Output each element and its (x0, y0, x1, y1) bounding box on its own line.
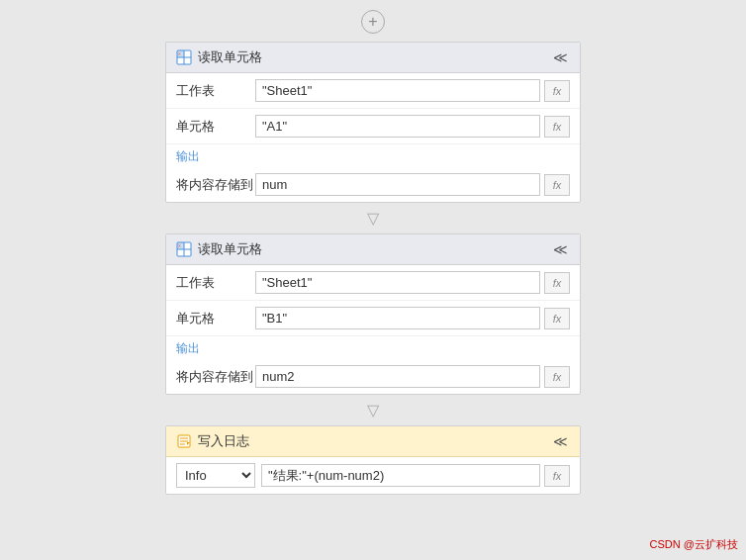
field-row-worksheet-2: 工作表 fx (166, 265, 580, 301)
plus-icon: + (368, 13, 377, 31)
input-store-1[interactable] (255, 173, 540, 196)
arrow-2: ▽ (367, 401, 379, 420)
input-wrap-cell-1: fx (255, 115, 570, 138)
input-wrap-store-2: fx (255, 365, 570, 388)
block-title-1: 读取单元格 (198, 48, 262, 66)
svg-text:X: X (178, 51, 181, 56)
fx-btn-log[interactable]: fx (544, 465, 570, 487)
fx-btn-store-1[interactable]: fx (544, 174, 570, 196)
block-title-left-1: X 读取单元格 (176, 48, 262, 66)
log-level-select[interactable]: Info Warn Error (176, 463, 255, 488)
block-write-log: 写入日志 ≪ Info Warn Error fx (165, 425, 581, 495)
input-wrap-log: fx (261, 464, 570, 487)
block-title-2: 读取单元格 (198, 240, 262, 258)
input-log-message[interactable] (261, 464, 540, 487)
field-row-cell-2: 单元格 fx (166, 301, 580, 336)
output-section-label-1: 输出 (166, 144, 580, 167)
block-header-2: X 读取单元格 ≪ (166, 234, 580, 265)
fx-btn-worksheet-1[interactable]: fx (544, 80, 570, 102)
arrow-1: ▽ (367, 209, 379, 228)
block-header-3: 写入日志 ≪ (166, 426, 580, 457)
input-cell-1[interactable] (255, 115, 540, 138)
input-cell-2[interactable] (255, 307, 540, 329)
label-worksheet-2: 工作表 (176, 274, 255, 292)
fx-btn-cell-1[interactable]: fx (544, 116, 570, 138)
main-container: + X 读取单元格 ≪ (0, 0, 746, 560)
block-title-3: 写入日志 (198, 432, 249, 450)
input-wrap-cell-2: fx (255, 307, 570, 329)
label-cell-2: 单元格 (176, 310, 255, 327)
collapse-btn-1[interactable]: ≪ (551, 50, 570, 64)
write-log-icon (176, 433, 192, 449)
block-title-left-2: X 读取单元格 (176, 240, 262, 258)
add-button-top[interactable]: + (361, 10, 385, 34)
fx-btn-cell-2[interactable]: fx (544, 308, 570, 329)
block-read-cell-1: X 读取单元格 ≪ 工作表 fx 单元格 fx (165, 42, 581, 203)
field-row-store-1: 将内容存储到 fx (166, 167, 580, 202)
block-read-cell-2: X 读取单元格 ≪ 工作表 fx 单元格 fx (165, 233, 581, 395)
block-header-1: X 读取单元格 ≪ (166, 43, 580, 73)
field-row-cell-1: 单元格 fx (166, 109, 580, 144)
input-wrap-worksheet-1: fx (255, 79, 570, 102)
label-store-1: 将内容存储到 (176, 176, 255, 194)
label-store-2: 将内容存储到 (176, 368, 255, 386)
label-worksheet-1: 工作表 (176, 82, 255, 100)
fx-btn-worksheet-2[interactable]: fx (544, 272, 570, 294)
label-cell-1: 单元格 (176, 118, 255, 136)
fx-btn-store-2[interactable]: fx (544, 366, 570, 388)
block-body-3: Info Warn Error fx (166, 457, 580, 494)
input-wrap-worksheet-2: fx (255, 271, 570, 294)
svg-text:X: X (178, 243, 181, 248)
block-title-left-3: 写入日志 (176, 432, 249, 450)
input-worksheet-1[interactable] (255, 79, 540, 102)
block-body-2: 工作表 fx 单元格 fx 输出 将内容存储到 fx (166, 265, 580, 394)
output-section-label-2: 输出 (166, 336, 580, 359)
input-wrap-store-1: fx (255, 173, 570, 196)
input-store-2[interactable] (255, 365, 540, 388)
block-body-1: 工作表 fx 单元格 fx 输出 将内容存储到 (166, 73, 580, 202)
collapse-btn-2[interactable]: ≪ (551, 242, 570, 256)
field-row-log: Info Warn Error fx (166, 457, 580, 494)
field-row-store-2: 将内容存储到 fx (166, 359, 580, 394)
field-row-worksheet-1: 工作表 fx (166, 73, 580, 109)
read-cell-icon-2: X (176, 241, 192, 257)
input-worksheet-2[interactable] (255, 271, 540, 294)
collapse-btn-3[interactable]: ≪ (551, 434, 570, 448)
read-cell-icon-1: X (176, 49, 192, 65)
